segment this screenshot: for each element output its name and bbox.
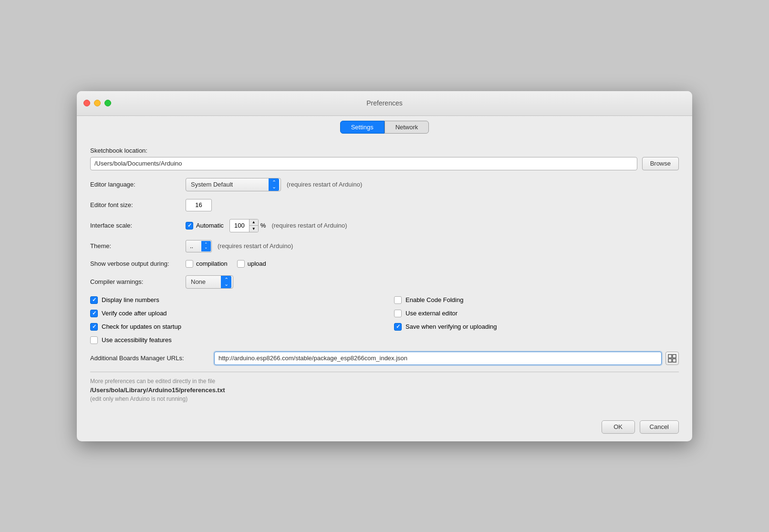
verbose-output-label: Show verbose output during: xyxy=(90,260,186,267)
interface-scale-row: Interface scale: Automatic 100 ▲ ▼ % (re… xyxy=(90,219,679,232)
footer: OK Cancel xyxy=(77,416,692,441)
compilation-label: compilation xyxy=(196,260,228,267)
theme-row: Theme: .. (requires restart of Arduino) xyxy=(90,240,679,252)
display-line-numbers-label: Display line numbers xyxy=(102,296,159,303)
use-accessibility-label: Use accessibility features xyxy=(102,336,172,344)
titlebar: Preferences xyxy=(77,91,692,116)
compiler-warnings-row: Compiler warnings: None xyxy=(90,275,679,289)
save-when-verifying-checkbox-wrapper[interactable]: Save when verifying or uploading xyxy=(394,323,679,331)
sketchbook-label: Sketchbook location: xyxy=(90,147,679,154)
compiler-warnings-label: Compiler warnings: xyxy=(90,278,186,285)
info-section: More preferences can be edited directly … xyxy=(90,378,679,402)
tab-settings[interactable]: Settings xyxy=(340,121,384,134)
check-for-updates-checkbox[interactable] xyxy=(90,323,98,331)
upload-checkbox-wrapper[interactable]: upload xyxy=(237,260,266,268)
auto-scale-label: Automatic xyxy=(196,222,224,229)
verify-code-label: Verify code after upload xyxy=(102,310,167,317)
svg-rect-2 xyxy=(668,359,672,362)
theme-label: Theme: xyxy=(90,242,186,250)
tabs-bar: Settings Network xyxy=(77,116,692,139)
editor-language-select[interactable]: System Default xyxy=(186,178,281,191)
auto-scale-checkbox[interactable] xyxy=(186,222,193,229)
window-title: Preferences xyxy=(366,99,402,107)
info-note: (edit only when Arduino is not running) xyxy=(90,396,679,402)
sketchbook-section: Sketchbook location: Browse xyxy=(90,147,679,170)
close-button[interactable] xyxy=(83,100,90,106)
compilation-checkbox-wrapper[interactable]: compilation xyxy=(186,260,228,268)
svg-rect-1 xyxy=(673,355,676,358)
use-accessibility-checkbox-wrapper[interactable]: Use accessibility features xyxy=(90,336,375,344)
editor-font-size-input[interactable] xyxy=(186,199,212,211)
use-accessibility-checkbox[interactable] xyxy=(90,336,98,344)
maximize-button[interactable] xyxy=(104,100,111,106)
upload-label: upload xyxy=(248,260,266,267)
percent-value: 100 xyxy=(230,221,249,230)
editor-language-note: (requires restart of Arduino) xyxy=(287,181,362,188)
enable-code-folding-checkbox[interactable] xyxy=(394,296,402,304)
compiler-warnings-select-wrapper: None xyxy=(186,275,233,289)
additional-boards-label: Additional Boards Manager URLs: xyxy=(90,355,214,362)
percent-symbol: % xyxy=(260,222,266,229)
editor-language-label: Editor language: xyxy=(90,181,186,188)
display-line-numbers-checkbox[interactable] xyxy=(90,296,98,304)
verbose-output-row: Show verbose output during: compilation … xyxy=(90,260,679,268)
cancel-button[interactable]: Cancel xyxy=(640,420,679,434)
verify-code-checkbox[interactable] xyxy=(90,310,98,317)
additional-boards-icon-button[interactable] xyxy=(665,352,679,365)
editor-font-size-row: Editor font size: xyxy=(90,199,679,211)
percent-increase-button[interactable]: ▲ xyxy=(249,219,258,226)
divider xyxy=(90,372,679,372)
percent-stepper-arrows: ▲ ▼ xyxy=(249,219,258,232)
sketchbook-input-row: Browse xyxy=(90,157,679,170)
theme-select[interactable]: .. xyxy=(186,240,212,252)
minimize-button[interactable] xyxy=(94,100,101,106)
verify-code-checkbox-wrapper[interactable]: Verify code after upload xyxy=(90,310,375,317)
tab-network[interactable]: Network xyxy=(384,121,429,134)
display-line-numbers-checkbox-wrapper[interactable]: Display line numbers xyxy=(90,296,375,304)
use-external-editor-checkbox-wrapper[interactable]: Use external editor xyxy=(394,310,679,317)
sketchbook-path-input[interactable] xyxy=(90,157,637,170)
preferences-content: Sketchbook location: Browse Editor langu… xyxy=(77,139,692,416)
svg-rect-0 xyxy=(668,355,672,358)
compiler-warnings-select[interactable]: None xyxy=(186,275,233,289)
editor-font-size-label: Editor font size: xyxy=(90,201,186,209)
window-controls xyxy=(83,100,111,106)
info-path: /Users/bola/Library/Arduino15/preference… xyxy=(90,386,679,394)
percent-decrease-button[interactable]: ▼ xyxy=(249,226,258,232)
theme-select-wrapper: .. xyxy=(186,240,212,252)
interface-scale-note: (requires restart of Arduino) xyxy=(271,222,347,229)
auto-scale-checkbox-wrapper[interactable]: Automatic xyxy=(186,222,224,229)
ok-button[interactable]: OK xyxy=(602,420,635,434)
additional-boards-input[interactable] xyxy=(214,352,662,365)
additional-boards-row: Additional Boards Manager URLs: xyxy=(90,352,679,365)
compilation-checkbox[interactable] xyxy=(186,260,193,268)
editor-language-select-wrapper: System Default xyxy=(186,178,281,191)
use-external-editor-label: Use external editor xyxy=(405,310,457,317)
check-for-updates-checkbox-wrapper[interactable]: Check for updates on startup xyxy=(90,323,375,331)
browse-button[interactable]: Browse xyxy=(642,157,679,170)
theme-note: (requires restart of Arduino) xyxy=(218,242,293,250)
enable-code-folding-label: Enable Code Folding xyxy=(405,296,463,303)
save-when-verifying-checkbox[interactable] xyxy=(394,323,402,331)
editor-language-row: Editor language: System Default (require… xyxy=(90,178,679,191)
preferences-window: Preferences Settings Network Sketchbook … xyxy=(77,91,692,441)
check-for-updates-label: Check for updates on startup xyxy=(102,323,181,330)
upload-checkbox[interactable] xyxy=(237,260,245,268)
interface-scale-label: Interface scale: xyxy=(90,222,186,229)
percent-stepper: 100 ▲ ▼ xyxy=(229,219,259,232)
save-when-verifying-label: Save when verifying or uploading xyxy=(405,323,497,330)
checkboxes-grid: Display line numbers Enable Code Folding… xyxy=(90,296,679,344)
use-external-editor-checkbox[interactable] xyxy=(394,310,402,317)
grid-icon xyxy=(668,354,676,363)
enable-code-folding-checkbox-wrapper[interactable]: Enable Code Folding xyxy=(394,296,679,304)
svg-rect-3 xyxy=(673,359,676,362)
info-text: More preferences can be edited directly … xyxy=(90,378,679,385)
